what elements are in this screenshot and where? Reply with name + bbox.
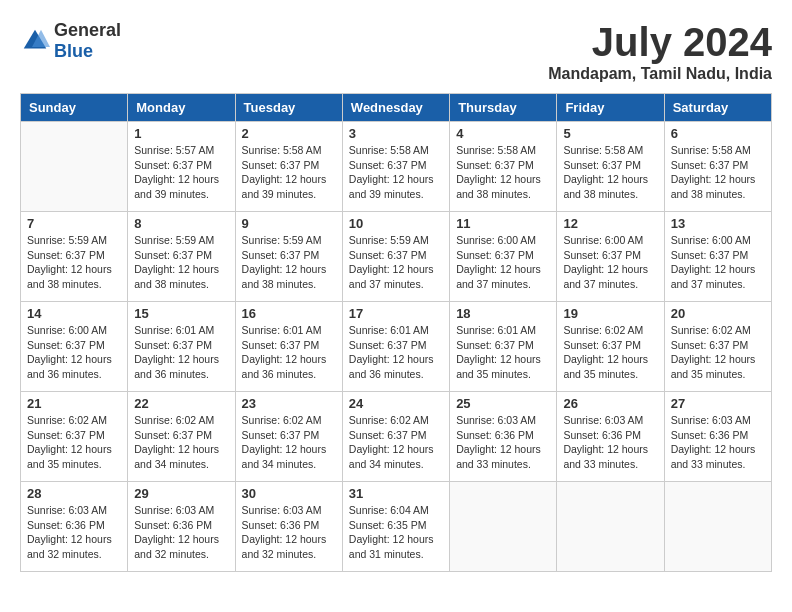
- day-number: 26: [563, 396, 657, 411]
- day-number: 16: [242, 306, 336, 321]
- cell-content: Sunrise: 6:03 AM Sunset: 6:36 PM Dayligh…: [27, 503, 121, 562]
- calendar-week-row: 28Sunrise: 6:03 AM Sunset: 6:36 PM Dayli…: [21, 482, 772, 572]
- cell-content: Sunrise: 6:00 AM Sunset: 6:37 PM Dayligh…: [27, 323, 121, 382]
- day-number: 25: [456, 396, 550, 411]
- logo-text: General Blue: [54, 20, 121, 62]
- calendar-cell: [21, 122, 128, 212]
- day-number: 14: [27, 306, 121, 321]
- cell-content: Sunrise: 6:02 AM Sunset: 6:37 PM Dayligh…: [671, 323, 765, 382]
- calendar-cell: 7Sunrise: 5:59 AM Sunset: 6:37 PM Daylig…: [21, 212, 128, 302]
- day-number: 6: [671, 126, 765, 141]
- cell-content: Sunrise: 6:02 AM Sunset: 6:37 PM Dayligh…: [242, 413, 336, 472]
- cell-content: Sunrise: 6:00 AM Sunset: 6:37 PM Dayligh…: [563, 233, 657, 292]
- calendar-cell: 23Sunrise: 6:02 AM Sunset: 6:37 PM Dayli…: [235, 392, 342, 482]
- weekday-header-cell: Tuesday: [235, 94, 342, 122]
- day-number: 28: [27, 486, 121, 501]
- calendar-cell: 26Sunrise: 6:03 AM Sunset: 6:36 PM Dayli…: [557, 392, 664, 482]
- calendar-cell: 21Sunrise: 6:02 AM Sunset: 6:37 PM Dayli…: [21, 392, 128, 482]
- cell-content: Sunrise: 6:03 AM Sunset: 6:36 PM Dayligh…: [242, 503, 336, 562]
- logo-icon: [20, 26, 50, 56]
- day-number: 8: [134, 216, 228, 231]
- cell-content: Sunrise: 5:59 AM Sunset: 6:37 PM Dayligh…: [349, 233, 443, 292]
- day-number: 20: [671, 306, 765, 321]
- day-number: 18: [456, 306, 550, 321]
- calendar-cell: 12Sunrise: 6:00 AM Sunset: 6:37 PM Dayli…: [557, 212, 664, 302]
- weekday-header-cell: Sunday: [21, 94, 128, 122]
- day-number: 29: [134, 486, 228, 501]
- calendar-cell: 14Sunrise: 6:00 AM Sunset: 6:37 PM Dayli…: [21, 302, 128, 392]
- cell-content: Sunrise: 5:59 AM Sunset: 6:37 PM Dayligh…: [242, 233, 336, 292]
- day-number: 7: [27, 216, 121, 231]
- calendar-cell: [450, 482, 557, 572]
- weekday-header-cell: Wednesday: [342, 94, 449, 122]
- cell-content: Sunrise: 6:03 AM Sunset: 6:36 PM Dayligh…: [671, 413, 765, 472]
- cell-content: Sunrise: 6:01 AM Sunset: 6:37 PM Dayligh…: [134, 323, 228, 382]
- cell-content: Sunrise: 5:57 AM Sunset: 6:37 PM Dayligh…: [134, 143, 228, 202]
- day-number: 2: [242, 126, 336, 141]
- calendar-week-row: 14Sunrise: 6:00 AM Sunset: 6:37 PM Dayli…: [21, 302, 772, 392]
- calendar-week-row: 1Sunrise: 5:57 AM Sunset: 6:37 PM Daylig…: [21, 122, 772, 212]
- calendar-cell: 9Sunrise: 5:59 AM Sunset: 6:37 PM Daylig…: [235, 212, 342, 302]
- cell-content: Sunrise: 6:01 AM Sunset: 6:37 PM Dayligh…: [456, 323, 550, 382]
- cell-content: Sunrise: 6:03 AM Sunset: 6:36 PM Dayligh…: [456, 413, 550, 472]
- title-area: July 2024 Mandapam, Tamil Nadu, India: [548, 20, 772, 83]
- calendar-cell: 11Sunrise: 6:00 AM Sunset: 6:37 PM Dayli…: [450, 212, 557, 302]
- location-title: Mandapam, Tamil Nadu, India: [548, 65, 772, 83]
- day-number: 3: [349, 126, 443, 141]
- cell-content: Sunrise: 5:59 AM Sunset: 6:37 PM Dayligh…: [27, 233, 121, 292]
- calendar-cell: 5Sunrise: 5:58 AM Sunset: 6:37 PM Daylig…: [557, 122, 664, 212]
- day-number: 9: [242, 216, 336, 231]
- day-number: 24: [349, 396, 443, 411]
- cell-content: Sunrise: 5:58 AM Sunset: 6:37 PM Dayligh…: [563, 143, 657, 202]
- calendar-cell: 4Sunrise: 5:58 AM Sunset: 6:37 PM Daylig…: [450, 122, 557, 212]
- weekday-header-row: SundayMondayTuesdayWednesdayThursdayFrid…: [21, 94, 772, 122]
- logo: General Blue: [20, 20, 121, 62]
- cell-content: Sunrise: 6:01 AM Sunset: 6:37 PM Dayligh…: [242, 323, 336, 382]
- calendar-cell: 30Sunrise: 6:03 AM Sunset: 6:36 PM Dayli…: [235, 482, 342, 572]
- calendar-week-row: 21Sunrise: 6:02 AM Sunset: 6:37 PM Dayli…: [21, 392, 772, 482]
- calendar-cell: 27Sunrise: 6:03 AM Sunset: 6:36 PM Dayli…: [664, 392, 771, 482]
- day-number: 21: [27, 396, 121, 411]
- weekday-header-cell: Thursday: [450, 94, 557, 122]
- calendar-cell: 2Sunrise: 5:58 AM Sunset: 6:37 PM Daylig…: [235, 122, 342, 212]
- day-number: 19: [563, 306, 657, 321]
- calendar-cell: [664, 482, 771, 572]
- calendar-cell: 1Sunrise: 5:57 AM Sunset: 6:37 PM Daylig…: [128, 122, 235, 212]
- cell-content: Sunrise: 6:02 AM Sunset: 6:37 PM Dayligh…: [349, 413, 443, 472]
- day-number: 10: [349, 216, 443, 231]
- calendar-cell: 31Sunrise: 6:04 AM Sunset: 6:35 PM Dayli…: [342, 482, 449, 572]
- cell-content: Sunrise: 5:59 AM Sunset: 6:37 PM Dayligh…: [134, 233, 228, 292]
- calendar-cell: 17Sunrise: 6:01 AM Sunset: 6:37 PM Dayli…: [342, 302, 449, 392]
- day-number: 17: [349, 306, 443, 321]
- day-number: 13: [671, 216, 765, 231]
- cell-content: Sunrise: 5:58 AM Sunset: 6:37 PM Dayligh…: [242, 143, 336, 202]
- cell-content: Sunrise: 6:02 AM Sunset: 6:37 PM Dayligh…: [27, 413, 121, 472]
- weekday-header-cell: Monday: [128, 94, 235, 122]
- cell-content: Sunrise: 6:02 AM Sunset: 6:37 PM Dayligh…: [563, 323, 657, 382]
- calendar-cell: 29Sunrise: 6:03 AM Sunset: 6:36 PM Dayli…: [128, 482, 235, 572]
- cell-content: Sunrise: 6:01 AM Sunset: 6:37 PM Dayligh…: [349, 323, 443, 382]
- calendar-cell: 19Sunrise: 6:02 AM Sunset: 6:37 PM Dayli…: [557, 302, 664, 392]
- calendar-cell: 3Sunrise: 5:58 AM Sunset: 6:37 PM Daylig…: [342, 122, 449, 212]
- day-number: 15: [134, 306, 228, 321]
- calendar-week-row: 7Sunrise: 5:59 AM Sunset: 6:37 PM Daylig…: [21, 212, 772, 302]
- cell-content: Sunrise: 6:03 AM Sunset: 6:36 PM Dayligh…: [134, 503, 228, 562]
- calendar-cell: 6Sunrise: 5:58 AM Sunset: 6:37 PM Daylig…: [664, 122, 771, 212]
- cell-content: Sunrise: 6:00 AM Sunset: 6:37 PM Dayligh…: [671, 233, 765, 292]
- calendar-cell: [557, 482, 664, 572]
- day-number: 23: [242, 396, 336, 411]
- cell-content: Sunrise: 5:58 AM Sunset: 6:37 PM Dayligh…: [671, 143, 765, 202]
- day-number: 1: [134, 126, 228, 141]
- day-number: 5: [563, 126, 657, 141]
- cell-content: Sunrise: 6:02 AM Sunset: 6:37 PM Dayligh…: [134, 413, 228, 472]
- cell-content: Sunrise: 6:00 AM Sunset: 6:37 PM Dayligh…: [456, 233, 550, 292]
- calendar-cell: 8Sunrise: 5:59 AM Sunset: 6:37 PM Daylig…: [128, 212, 235, 302]
- logo-general: General: [54, 20, 121, 40]
- calendar-cell: 16Sunrise: 6:01 AM Sunset: 6:37 PM Dayli…: [235, 302, 342, 392]
- cell-content: Sunrise: 6:03 AM Sunset: 6:36 PM Dayligh…: [563, 413, 657, 472]
- day-number: 31: [349, 486, 443, 501]
- calendar-cell: 18Sunrise: 6:01 AM Sunset: 6:37 PM Dayli…: [450, 302, 557, 392]
- day-number: 22: [134, 396, 228, 411]
- header: General Blue July 2024 Mandapam, Tamil N…: [20, 20, 772, 83]
- calendar-cell: 15Sunrise: 6:01 AM Sunset: 6:37 PM Dayli…: [128, 302, 235, 392]
